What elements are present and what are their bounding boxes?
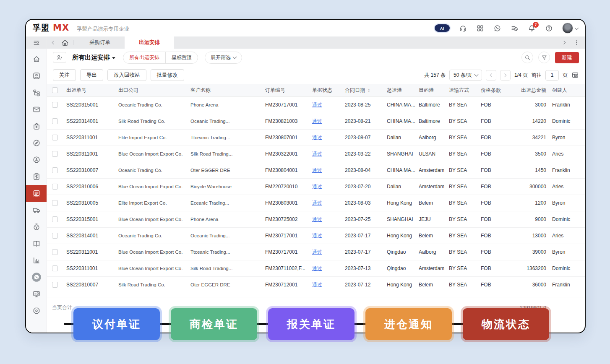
sidebar-item-ledger-book[interactable] <box>26 235 47 252</box>
prev-page-button[interactable] <box>486 70 496 81</box>
table-row[interactable]: SS220311001Elite Import Export Co.Ttcean… <box>47 130 585 146</box>
user-menu[interactable] <box>562 23 578 34</box>
status-link[interactable]: 通过 <box>312 265 322 272</box>
flow-button-customs-documents[interactable]: 报关单证 <box>268 308 355 340</box>
next-page-button[interactable] <box>500 70 511 81</box>
status-link[interactable]: 通过 <box>312 232 322 239</box>
filter-button[interactable] <box>538 52 550 63</box>
row-checkbox[interactable] <box>52 216 58 222</box>
tab-shipping-arrangement[interactable]: 出运安排 <box>125 36 174 49</box>
row-checkbox[interactable] <box>52 265 58 271</box>
quick-filter-all[interactable]: 所有出运安排 <box>123 52 165 63</box>
sidebar-item-compass[interactable] <box>26 135 47 151</box>
create-new-button[interactable]: 新建 <box>555 52 579 63</box>
select-all-checkbox[interactable] <box>52 87 58 93</box>
table-row[interactable]: SS220310007Silk Road Trading Co.Oter EGG… <box>47 277 585 293</box>
recycle-bin-button[interactable]: 放入回收站 <box>107 69 146 81</box>
flow-button-negotiation-documents[interactable]: 议付单证 <box>73 308 160 340</box>
sidebar-item-orders-bag[interactable] <box>26 118 47 135</box>
column-header-5[interactable]: 合同日期▲▼ <box>345 87 387 94</box>
search-button[interactable] <box>521 52 533 63</box>
sidebar-item-settings-gear[interactable] <box>26 302 47 319</box>
row-checkbox[interactable] <box>52 102 58 108</box>
sidebar-item-org-structure[interactable] <box>26 84 47 101</box>
status-link[interactable]: 通过 <box>312 216 322 223</box>
sidebar-item-finance-clipboard[interactable] <box>26 168 47 185</box>
table-body: SS220315001Oceanic Trading Co.Phone Aren… <box>47 97 585 293</box>
table-row[interactable]: SS220314001Oceanic Trading Co.Oceanic Tr… <box>47 228 585 244</box>
goto-page-input[interactable] <box>545 70 559 81</box>
row-checkbox[interactable] <box>52 200 58 206</box>
flow-button-logistics-status[interactable]: 物流状态 <box>463 308 549 340</box>
column-settings-button[interactable] <box>571 71 579 79</box>
expand-filters-button[interactable]: 展开筛选 <box>205 52 242 64</box>
export-button[interactable]: 导出 <box>80 69 103 81</box>
quick-filter-starred[interactable]: 星标置顶 <box>165 52 198 63</box>
row-checkbox[interactable] <box>52 135 58 140</box>
sidebar-item-shipping-doc[interactable] <box>26 185 47 202</box>
status-link[interactable]: 通过 <box>312 134 322 141</box>
status-link[interactable]: 通过 <box>312 200 322 207</box>
cell-creator: Byron <box>552 249 580 255</box>
status-link[interactable]: 通过 <box>312 151 322 158</box>
row-checkbox[interactable] <box>52 249 58 255</box>
page-size-select[interactable]: 50 条/页 <box>449 70 482 81</box>
table-row[interactable]: SS220315001Oceanic Trading Co.Phone Aren… <box>47 97 585 113</box>
table-row[interactable]: SS220315001Blue Ocean Import Export Co.P… <box>47 211 585 228</box>
row-checkbox[interactable] <box>52 167 58 173</box>
sidebar-item-home[interactable] <box>26 51 47 68</box>
table-row[interactable]: SS220310007Oceanic Trading Co.Oter EGGER… <box>47 162 585 179</box>
view-owner-button[interactable] <box>53 52 66 63</box>
tab-purchase-orders[interactable]: 采购订单 <box>75 36 125 49</box>
ai-assistant-button[interactable]: AI <box>435 24 450 32</box>
row-checkbox[interactable] <box>52 118 58 124</box>
tab-scroll-right-button[interactable] <box>561 39 568 46</box>
table-row[interactable]: SS220310006Blue Ocean Import Export Co.B… <box>47 179 585 195</box>
cell-customer: Oter EGGER DRE <box>190 168 265 173</box>
row-checkbox[interactable] <box>52 151 58 157</box>
headset-button[interactable] <box>459 24 467 32</box>
table-row[interactable]: SS220314001Silk Road Trading Co.Oceanic … <box>47 113 585 130</box>
task-history-button[interactable] <box>511 24 519 32</box>
row-checkbox[interactable] <box>52 282 58 288</box>
bell-button[interactable]: 7 <box>528 24 536 32</box>
sidebar-item-monitor[interactable] <box>26 286 47 302</box>
status-link[interactable]: 通过 <box>312 249 322 256</box>
flow-button-warehouse-entry-notice[interactable]: 进仓通知 <box>365 308 452 340</box>
sidebar-item-marketing-a[interactable] <box>26 151 47 168</box>
tab-more-menu-button[interactable] <box>574 39 580 46</box>
home-tab-button[interactable] <box>59 39 71 47</box>
table-row[interactable]: SS220310005Elite Import Export Co.Eceani… <box>47 195 585 211</box>
cell-shipment-no: SS220311001 <box>66 135 118 140</box>
sidebar-item-money-bag[interactable] <box>26 218 47 235</box>
status-link[interactable]: 通过 <box>312 167 322 174</box>
apps-grid-button[interactable] <box>476 24 484 32</box>
flow-button-inspection-documents[interactable]: 商检单证 <box>171 308 257 340</box>
sidebar-item-truck[interactable] <box>26 202 47 218</box>
sidebar-item-bar-chart[interactable] <box>26 252 47 269</box>
batch-edit-button[interactable]: 批量修改 <box>151 69 184 81</box>
whatsapp-button[interactable] <box>493 24 501 32</box>
follow-button[interactable]: 关注 <box>53 69 76 81</box>
status-link[interactable]: 通过 <box>312 118 322 125</box>
table-row[interactable]: SS220311001Blue Ocean Import Export Co.S… <box>47 260 585 277</box>
help-button[interactable] <box>545 24 553 32</box>
cell-order-no: FM230711002,F... <box>265 265 312 271</box>
table-row[interactable]: SS220311001Blue Ocean Import Export Co.S… <box>47 146 585 162</box>
column-header-0: 出运单号 <box>66 87 118 94</box>
row-checkbox[interactable] <box>52 184 58 190</box>
sidebar-item-mail[interactable] <box>26 101 47 118</box>
sidebar-item-whatsapp-filled[interactable] <box>26 269 47 286</box>
brand-logo-cn: 孚盟 <box>33 23 50 34</box>
status-link[interactable]: 通过 <box>312 183 322 190</box>
sort-icon[interactable]: ▲▼ <box>368 88 370 92</box>
row-checkbox[interactable] <box>52 233 58 239</box>
tab-scroll-left-button[interactable] <box>47 39 59 46</box>
sidebar-item-contacts[interactable] <box>26 68 47 84</box>
cell-exporter: Blue Ocean Import Export Co. <box>118 151 190 156</box>
view-title-dropdown[interactable]: 所有出运安排 <box>72 54 115 62</box>
status-link[interactable]: 通过 <box>312 101 322 109</box>
sidebar-collapse-button[interactable] <box>26 36 47 49</box>
table-row[interactable]: SS220311001Blue Ocean Import Export Co.T… <box>47 244 585 260</box>
status-link[interactable]: 通过 <box>312 281 322 289</box>
